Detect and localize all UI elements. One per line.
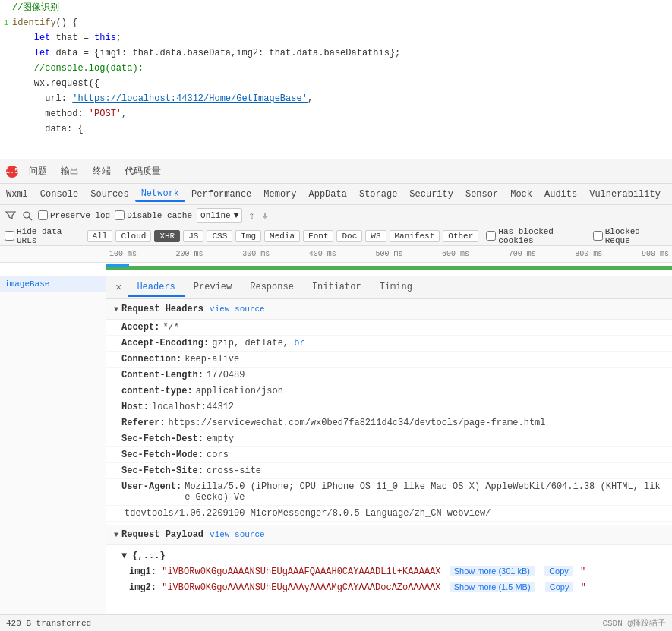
detail-tab-preview[interactable]: Preview xyxy=(185,279,241,297)
code-line: 1 identify() { xyxy=(0,15,672,30)
header-value-sec-fetch-site: cross-site xyxy=(207,465,664,476)
search-icon[interactable] xyxy=(21,210,33,222)
tab-wxml[interactable]: Wxml xyxy=(0,188,34,201)
header-value-accept-encoding: gzip, deflate, br xyxy=(212,338,664,349)
header-sec-fetch-mode: Sec-Fetch-Mode: cors xyxy=(106,447,672,463)
filter-media[interactable]: Media xyxy=(264,230,300,242)
timeline-bar-row xyxy=(0,263,672,276)
request-payload-section-header: ▼ Request Payload view source xyxy=(106,525,672,545)
filter-xhr[interactable]: XHR xyxy=(154,230,180,242)
tab-audits[interactable]: Audits xyxy=(538,188,583,201)
blocked-reque-check[interactable]: Blocked Reque xyxy=(593,227,667,245)
header-referer: Referer: https://servicewechat.com/wx0be… xyxy=(106,415,672,431)
filter-css[interactable]: CSS xyxy=(207,230,232,242)
tab-output[interactable]: 输出 xyxy=(55,163,85,179)
detail-tab-timing[interactable]: Timing xyxy=(371,279,421,297)
tab-sources[interactable]: Sources xyxy=(84,188,134,201)
tab-storage[interactable]: Storage xyxy=(353,188,403,201)
tab-issues[interactable]: 问题 xyxy=(23,163,53,179)
sidebar-item-imagebase[interactable]: imageBase xyxy=(0,276,106,292)
timeline-marks: 100 ms 200 ms 300 ms 400 ms 500 ms 600 m… xyxy=(106,250,672,258)
network-main-tabs: Wxml Console Sources Network Performance… xyxy=(0,184,672,205)
preserve-log-checkbox[interactable]: Preserve log xyxy=(38,210,110,220)
preserve-log-input[interactable] xyxy=(38,210,48,220)
header-connection: Connection: keep-alive xyxy=(106,352,672,368)
header-value-accept: */* xyxy=(162,322,664,333)
payload-img1-row: img1: "iVBORw0KGgoAAAANSUhEUgAAAFQAAAH0C… xyxy=(106,563,672,579)
svg-line-1 xyxy=(29,217,32,220)
filter-js[interactable]: JS xyxy=(183,230,203,242)
detail-tab-response[interactable]: Response xyxy=(241,279,303,297)
code-line: method: 'POST', xyxy=(0,106,672,121)
filter-other[interactable]: Other xyxy=(443,230,478,242)
tab-network[interactable]: Network xyxy=(135,187,185,202)
tab-code-quality[interactable]: 代码质量 xyxy=(118,163,167,179)
tab-terminal[interactable]: 终端 xyxy=(87,163,117,179)
detail-close-button[interactable]: × xyxy=(109,279,128,297)
filter-manifest[interactable]: Manifest xyxy=(390,230,440,242)
header-sec-fetch-site: Sec-Fetch-Site: cross-site xyxy=(106,463,672,479)
header-name-referer: Referer: xyxy=(121,418,166,428)
payload-view-source-link[interactable]: view source xyxy=(210,530,265,539)
status-bar: 420 B transferred CSDN @择跤猫子 xyxy=(0,614,672,631)
has-blocked-cookies-check[interactable]: Has blocked cookies xyxy=(486,227,589,245)
view-source-link[interactable]: view source xyxy=(210,304,265,314)
detail-tab-initiator[interactable]: Initiator xyxy=(303,279,371,297)
tab-performance[interactable]: Performance xyxy=(185,188,257,201)
devtools-bar: 1.5 问题 输出 终端 代码质量 xyxy=(0,159,672,184)
img2-copy-button[interactable]: Copy xyxy=(545,582,574,592)
code-line: wx.request({ xyxy=(0,76,672,91)
filter-img[interactable]: Img xyxy=(235,230,261,242)
tab-sensor[interactable]: Sensor xyxy=(459,188,504,201)
filter-bar: Hide data URLs All Cloud XHR JS CSS Img … xyxy=(0,226,672,246)
import-icon[interactable]: ⇧ xyxy=(247,208,256,223)
payload-img2-key: img2: xyxy=(129,582,162,593)
triangle-icon: ▼ xyxy=(114,305,118,314)
disable-cache-checkbox[interactable]: Disable cache xyxy=(115,210,192,220)
filter-font[interactable]: Font xyxy=(303,230,333,242)
header-value-content-type: application/json xyxy=(196,386,664,396)
throttle-value: Online xyxy=(200,211,231,220)
hide-data-urls-check[interactable]: Hide data URLs xyxy=(5,227,84,245)
header-value-connection: keep-alive xyxy=(185,354,664,364)
detail-tab-headers[interactable]: Headers xyxy=(128,279,184,297)
tab-vulnerability[interactable]: Vulnerability xyxy=(583,188,667,201)
header-value-user-agent: Mozilla/5.0 (iPhone; CPU iPhone OS 11_0 … xyxy=(185,481,664,503)
detail-panel[interactable]: × Headers Preview Response Initiator Tim… xyxy=(106,276,672,626)
code-content: let that = this; xyxy=(12,31,672,45)
tab-console[interactable]: Console xyxy=(34,188,84,201)
tab-security[interactable]: Security xyxy=(403,188,459,201)
header-name-sec-fetch-site: Sec-Fetch-Site: xyxy=(121,465,203,476)
detail-tabs: × Headers Preview Response Initiator Tim… xyxy=(106,276,672,299)
has-blocked-cookies-input[interactable] xyxy=(486,231,496,241)
header-value-user-agent-cont: tdevtools/1.06.2209190 MicroMessenger/8.… xyxy=(125,508,664,519)
img1-copy-button[interactable]: Copy xyxy=(544,566,573,576)
disable-cache-input[interactable] xyxy=(115,210,125,220)
img1-show-more-button[interactable]: Show more (301 kB) xyxy=(450,566,535,576)
hide-data-urls-input[interactable] xyxy=(5,231,14,241)
line-marker: 1 xyxy=(0,16,12,30)
header-name-host: Host: xyxy=(121,402,149,412)
filter-all[interactable]: All xyxy=(87,230,113,242)
tab-memory[interactable]: Memory xyxy=(257,188,302,201)
header-accept-encoding: Accept-Encoding: gzip, deflate, br xyxy=(106,336,672,352)
tab-mock[interactable]: Mock xyxy=(504,188,538,201)
disable-cache-label: Disable cache xyxy=(127,211,192,220)
blocked-reque-input[interactable] xyxy=(593,231,603,241)
header-name-accept-encoding: Accept-Encoding: xyxy=(121,338,209,349)
code-content: wx.request({ xyxy=(12,77,672,90)
tab-appdata[interactable]: AppData xyxy=(303,188,353,201)
timeline-bar-left xyxy=(0,263,106,276)
code-line: let that = this; xyxy=(0,30,672,46)
throttle-select[interactable]: Online ▼ xyxy=(197,208,242,223)
filter-icon[interactable] xyxy=(5,210,17,222)
img2-show-more-button[interactable]: Show more (1.5 MB) xyxy=(450,582,535,592)
export-icon[interactable]: ⇩ xyxy=(260,208,270,223)
csdn-watermark: CSDN @择跤猫子 xyxy=(602,617,666,629)
code-content: //图像识别 xyxy=(12,1,672,14)
filter-ws[interactable]: WS xyxy=(365,230,386,242)
header-content-length: Content-Length: 1770489 xyxy=(106,368,672,383)
filter-cloud[interactable]: Cloud xyxy=(115,230,151,242)
filter-doc[interactable]: Doc xyxy=(336,230,362,242)
header-value-sec-fetch-mode: cors xyxy=(207,450,664,460)
